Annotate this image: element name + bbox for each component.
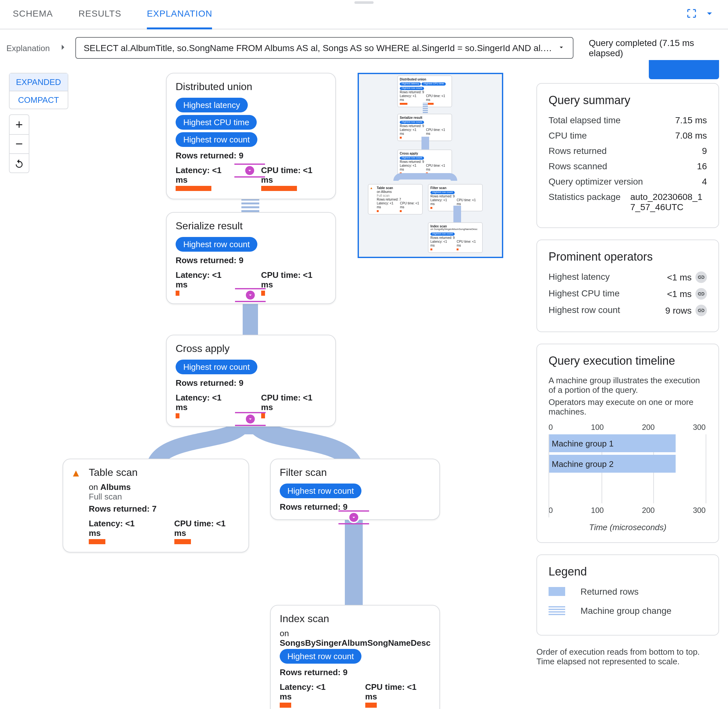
summary-value: 4	[702, 176, 707, 187]
expand-knot-icon[interactable]	[245, 413, 256, 425]
explanation-label: Explanation	[6, 43, 50, 53]
latency-bar	[280, 703, 291, 708]
pill-highest-rows: Highest row count	[176, 360, 257, 374]
zoom-in-button[interactable]: +	[10, 115, 29, 134]
compact-toggle[interactable]: COMPACT	[10, 91, 67, 109]
legend-swatch-rows	[549, 587, 565, 596]
panel-title: Query summary	[549, 94, 707, 107]
cpu-label: CPU time: <1 ms	[365, 682, 430, 701]
chevron-down-icon[interactable]	[704, 8, 715, 21]
zoom-out-button[interactable]: −	[10, 134, 29, 153]
rows-returned: Rows returned: 9	[176, 255, 326, 265]
prominent-operators-panel: Prominent operators Highest latency<1 ms…	[537, 239, 719, 332]
timeline-desc: Operators may execute on one or more mac…	[549, 397, 707, 416]
tab-results[interactable]: RESULTS	[79, 0, 121, 29]
latency-bar	[89, 539, 105, 544]
summary-value: 7.15 ms	[675, 115, 707, 125]
warning-icon: ▲	[71, 468, 81, 479]
expand-knot-icon[interactable]	[348, 512, 359, 523]
action-button[interactable]	[649, 66, 719, 79]
summary-value: 16	[697, 161, 707, 171]
cpu-label: CPU time: <1 ms	[261, 393, 326, 412]
latency-bar	[176, 186, 212, 191]
prom-value: <1 ms	[667, 289, 692, 299]
tick-label: 300	[693, 423, 706, 432]
expand-knot-icon[interactable]	[245, 289, 256, 301]
legend-swatch-change	[549, 606, 565, 615]
rows-returned: Rows returned: 9	[176, 378, 326, 388]
expanded-toggle[interactable]: EXPANDED	[10, 73, 67, 91]
cpu-bar	[174, 539, 191, 544]
rows-returned: Rows returned: 9	[176, 151, 326, 160]
scan-target: on SongsBySingerAlbumSongNameDesc	[280, 629, 430, 648]
cpu-bar	[261, 186, 297, 191]
summary-key: CPU time	[549, 130, 587, 140]
pill-highest-rows: Highest row count	[176, 132, 257, 147]
tick-label: 0	[549, 423, 553, 432]
chevron-right-icon	[57, 42, 68, 54]
fullscreen-icon[interactable]	[686, 8, 697, 21]
latency-label: Latency: <1 ms	[280, 682, 339, 701]
prom-value: 9 rows	[665, 305, 692, 315]
node-index-scan[interactable]: Index scan on SongsBySingerAlbumSongName…	[270, 605, 440, 709]
explanation-bar: Explanation SELECT al.AlbumTitle, so.Son…	[0, 29, 728, 66]
latency-label: Latency: <1 ms	[176, 270, 235, 289]
tick-label: 100	[591, 423, 604, 432]
tick-label: 200	[642, 423, 655, 432]
query-text: SELECT al.AlbumTitle, so.SongName FROM A…	[84, 43, 557, 53]
prom-key: Highest row count	[549, 305, 620, 316]
minimap[interactable]: Distributed unionHighest latencyHighest …	[357, 73, 503, 258]
summary-key: Statistics package	[549, 192, 621, 212]
legend-label: Machine group change	[581, 605, 671, 616]
query-plan-diagram[interactable]: EXPANDED COMPACT + − Distributed unionHi…	[0, 66, 537, 709]
tab-schema[interactable]: SCHEMA	[13, 0, 53, 29]
summary-value: 7.08 ms	[675, 130, 707, 140]
timeline-bar: Machine group 2	[549, 455, 675, 473]
latency-bar	[176, 290, 179, 296]
prom-key: Highest CPU time	[549, 288, 620, 299]
timeline-desc: A machine group illustrates the executio…	[549, 376, 707, 395]
timeline-bar: Machine group 1	[549, 434, 675, 452]
node-distributed-union[interactable]: Distributed union Highest latencyHighest…	[166, 73, 336, 199]
drag-handle[interactable]	[355, 1, 373, 4]
dropdown-icon	[557, 43, 565, 53]
panel-title: Query execution timeline	[549, 354, 707, 368]
node-table-scan[interactable]: ▲ Table scan on Albums Full scan Rows re…	[63, 459, 249, 553]
tabs-bar: SCHEMA RESULTS EXPLANATION	[0, 0, 728, 29]
timeline-panel: Query execution timeline A machine group…	[537, 344, 719, 543]
latency-bar	[176, 413, 179, 419]
prom-value: <1 ms	[667, 272, 692, 282]
panel-title: Prominent operators	[549, 250, 707, 264]
latency-label: Latency: <1 ms	[176, 165, 235, 185]
query-summary-panel: Query summary Total elapsed time7.15 ms …	[537, 83, 719, 228]
pill-highest-rows: Highest row count	[280, 483, 362, 498]
link-icon[interactable]	[696, 305, 707, 316]
expand-knot-icon[interactable]	[244, 165, 255, 176]
query-dropdown[interactable]: SELECT al.AlbumTitle, so.SongName FROM A…	[75, 37, 573, 59]
pill-highest-latency: Highest latency	[176, 98, 248, 112]
query-status: Query completed (7.15 ms elapsed)	[581, 38, 722, 58]
node-title: Distributed union	[176, 81, 326, 93]
cpu-label: CPU time: <1 ms	[261, 270, 326, 289]
footnote: Order of execution reads from bottom to …	[537, 647, 719, 656]
reset-button[interactable]	[10, 153, 29, 172]
prom-key: Highest latency	[549, 271, 610, 283]
legend-label: Returned rows	[581, 586, 639, 597]
link-icon[interactable]	[696, 271, 707, 283]
cpu-label: CPU time: <1 ms	[174, 519, 239, 538]
cpu-bar	[261, 290, 265, 296]
summary-value: 9	[702, 146, 707, 156]
summary-key: Rows returned	[549, 146, 607, 156]
link-icon[interactable]	[696, 288, 707, 299]
panel-title: Legend	[549, 565, 707, 579]
cpu-bar	[365, 703, 376, 708]
rows-returned: Rows returned: 7	[89, 504, 239, 514]
tab-explanation[interactable]: EXPLANATION	[147, 0, 212, 29]
cpu-bar	[261, 413, 265, 419]
node-title: Cross apply	[176, 343, 326, 354]
summary-key: Total elapsed time	[549, 115, 621, 125]
latency-label: Latency: <1 ms	[89, 519, 149, 538]
summary-value: auto_20230608_17_57_46UTC	[630, 192, 707, 212]
timeline-chart: 0 100 200 300 Machine group 1 Machine gr…	[549, 423, 707, 532]
pill-highest-rows: Highest row count	[176, 237, 257, 252]
